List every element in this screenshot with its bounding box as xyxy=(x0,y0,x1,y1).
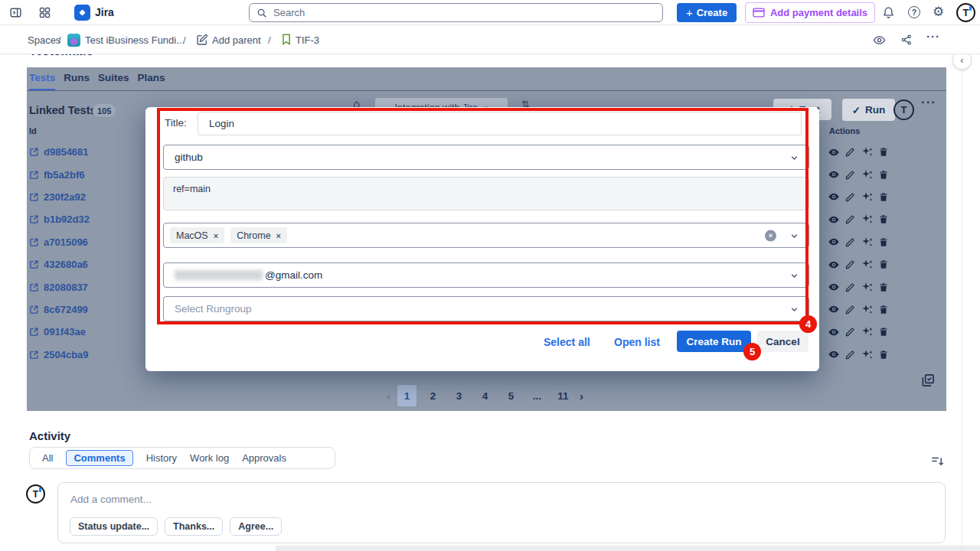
comment-box[interactable]: Add a comment... Status update...Thanks.… xyxy=(57,482,946,543)
test-id-row[interactable]: 230f2a92 xyxy=(29,186,90,208)
test-id-row[interactable]: d9854681 xyxy=(29,141,90,163)
panel-tab[interactable]: Runs xyxy=(64,67,90,90)
page-number[interactable]: 1 xyxy=(397,385,416,406)
delete-trash-icon[interactable] xyxy=(878,259,889,270)
create-button[interactable]: + Create xyxy=(677,3,737,22)
ai-sparkle-icon[interactable] xyxy=(861,348,874,361)
delete-trash-icon[interactable] xyxy=(878,191,889,203)
view-eye-icon[interactable] xyxy=(828,214,840,226)
quick-reply-button[interactable]: Thanks... xyxy=(165,517,223,536)
page-number[interactable]: ... xyxy=(528,385,547,406)
edit-pencil-icon[interactable] xyxy=(844,259,856,270)
panel-tab[interactable]: Plans xyxy=(138,67,165,90)
page-number[interactable]: 4 xyxy=(475,385,495,406)
delete-trash-icon[interactable] xyxy=(878,169,889,181)
external-link-icon xyxy=(29,282,39,292)
testomatio-logo-icon[interactable]: T xyxy=(893,99,914,120)
page-number[interactable]: 2 xyxy=(423,385,443,406)
edit-pencil-icon[interactable] xyxy=(844,214,856,225)
test-id-row[interactable]: a7015096 xyxy=(29,231,90,253)
bulk-select-icon[interactable] xyxy=(920,373,936,388)
quick-reply-button[interactable]: Agree... xyxy=(230,517,282,536)
more-actions-icon[interactable]: ··· xyxy=(926,30,940,43)
edit-pencil-icon[interactable] xyxy=(844,169,856,181)
quick-reply-button[interactable]: Status update... xyxy=(70,517,158,536)
run-button[interactable]: ✓ Run xyxy=(842,99,895,121)
delete-trash-icon[interactable] xyxy=(878,349,889,360)
breadcrumb-project[interactable]: Test iBusiness Fundi... xyxy=(85,34,185,46)
delete-trash-icon[interactable] xyxy=(878,214,889,225)
search-input[interactable]: Search xyxy=(249,3,663,22)
delete-trash-icon[interactable] xyxy=(878,282,889,293)
sidebar-toggle-icon[interactable] xyxy=(9,6,22,19)
create-run-button[interactable]: Create Run xyxy=(677,331,751,352)
page-number[interactable]: 11 xyxy=(554,385,573,406)
ai-sparkle-icon[interactable] xyxy=(861,325,874,338)
panel-tab[interactable]: Suites xyxy=(98,67,129,90)
next-page-icon[interactable]: › xyxy=(580,390,583,403)
delete-trash-icon[interactable] xyxy=(878,146,889,158)
view-eye-icon[interactable] xyxy=(828,146,840,158)
breadcrumb-issue-key[interactable]: TIF-3 xyxy=(296,34,319,46)
ai-sparkle-icon[interactable] xyxy=(861,303,874,316)
activity-tab[interactable]: Comments xyxy=(66,450,132,466)
view-eye-icon[interactable] xyxy=(828,303,840,315)
previous-page-icon[interactable]: ‹ xyxy=(387,390,390,403)
ai-sparkle-icon[interactable] xyxy=(861,191,874,204)
settings-gear-icon[interactable]: ⚙ xyxy=(933,5,944,18)
edit-pencil-icon[interactable] xyxy=(844,236,856,248)
activity-tab[interactable]: All xyxy=(42,452,53,464)
test-id-row[interactable]: 8c672499 xyxy=(29,298,90,321)
test-id-row[interactable]: 091f43ae xyxy=(29,321,90,343)
edit-pencil-icon[interactable] xyxy=(844,146,856,158)
ai-sparkle-icon[interactable] xyxy=(861,145,874,158)
cancel-button[interactable]: Cancel xyxy=(757,331,808,352)
page-number[interactable]: 5 xyxy=(501,385,521,406)
view-eye-icon[interactable] xyxy=(828,281,840,293)
activity-tab[interactable]: Approvals xyxy=(242,452,286,464)
test-id-row[interactable]: 432680a6 xyxy=(29,253,90,276)
open-list-link[interactable]: Open list xyxy=(614,336,660,348)
view-eye-icon[interactable] xyxy=(828,191,840,203)
edit-pencil-icon[interactable] xyxy=(844,282,856,293)
delete-trash-icon[interactable] xyxy=(878,304,889,315)
user-avatar[interactable]: T xyxy=(956,3,975,22)
breadcrumb-add-parent[interactable]: Add parent xyxy=(212,34,261,46)
ai-sparkle-icon[interactable] xyxy=(861,236,874,249)
app-switcher-icon[interactable] xyxy=(38,6,51,19)
more-options-icon[interactable]: ··· xyxy=(921,95,936,110)
app-name[interactable]: Jira xyxy=(95,6,114,18)
ai-sparkle-icon[interactable] xyxy=(861,281,874,294)
view-eye-icon[interactable] xyxy=(828,259,840,271)
delete-trash-icon[interactable] xyxy=(878,236,889,248)
jira-logo-icon[interactable] xyxy=(74,5,90,21)
view-eye-icon[interactable] xyxy=(828,168,840,181)
view-eye-icon[interactable] xyxy=(828,236,840,248)
delete-trash-icon[interactable] xyxy=(878,326,889,337)
edit-pencil-icon[interactable] xyxy=(844,191,856,203)
ai-sparkle-icon[interactable] xyxy=(861,168,874,181)
test-id-row[interactable]: 82080837 xyxy=(29,276,90,298)
activity-tab[interactable]: History xyxy=(146,452,177,464)
page-number[interactable]: 3 xyxy=(449,385,469,406)
watch-eye-icon[interactable] xyxy=(873,34,886,47)
test-id-row[interactable]: 2504cba9 xyxy=(29,344,90,366)
panel-tab[interactable]: Tests xyxy=(29,67,55,90)
test-id-row[interactable]: fb5a2bf6 xyxy=(29,163,90,185)
edit-pencil-icon[interactable] xyxy=(844,304,856,315)
select-all-link[interactable]: Select all xyxy=(544,336,590,348)
breadcrumb-spaces[interactable]: Spaces xyxy=(28,34,60,46)
sort-order-icon[interactable] xyxy=(930,454,945,468)
ai-sparkle-icon[interactable] xyxy=(861,213,874,226)
add-payment-details-button[interactable]: Add payment details xyxy=(745,2,875,23)
edit-pencil-icon[interactable] xyxy=(844,349,856,360)
test-id-row[interactable]: b1b92d32 xyxy=(29,208,90,230)
share-icon[interactable] xyxy=(900,34,913,46)
notifications-bell-icon[interactable] xyxy=(882,6,895,19)
edit-pencil-icon[interactable] xyxy=(844,326,856,337)
view-eye-icon[interactable] xyxy=(828,348,840,360)
activity-tab[interactable]: Work log xyxy=(190,452,229,464)
view-eye-icon[interactable] xyxy=(828,326,840,338)
ai-sparkle-icon[interactable] xyxy=(861,258,874,271)
help-icon[interactable]: ? xyxy=(908,6,920,18)
